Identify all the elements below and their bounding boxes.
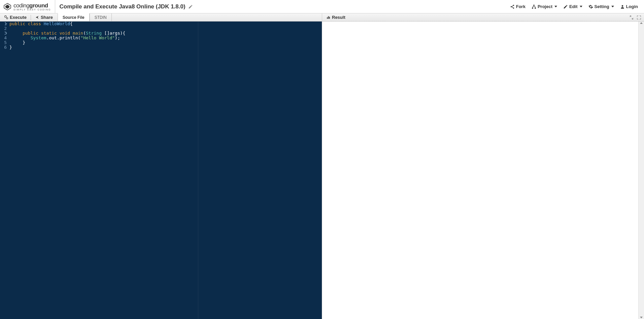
svg-point-3 xyxy=(510,6,512,7)
line-number: 3▾ xyxy=(1,31,7,36)
scrollbar[interactable] xyxy=(638,22,644,319)
tab-source-file[interactable]: Source File xyxy=(58,13,90,21)
share-icon xyxy=(35,15,39,19)
svg-rect-9 xyxy=(535,7,536,8)
scroll-up-icon[interactable] xyxy=(640,22,643,24)
line-number: 2 xyxy=(1,26,7,31)
logo-icon xyxy=(3,3,11,11)
collapse-button[interactable] xyxy=(628,14,635,21)
fold-icon[interactable]: ▾ xyxy=(5,22,7,26)
tab-source-label: Source File xyxy=(63,15,84,20)
svg-point-2 xyxy=(513,5,514,6)
editor-panel: Execute Share Source File STDIN 1▾23▾456… xyxy=(0,13,322,319)
svg-rect-18 xyxy=(327,17,328,19)
header-menu: Fork Project Edit Setting Login xyxy=(507,3,641,10)
gear-icon xyxy=(588,4,593,9)
chevron-down-icon xyxy=(554,6,557,7)
fork-label: Fork xyxy=(516,4,526,9)
code-line[interactable]: } xyxy=(9,45,322,50)
svg-line-6 xyxy=(512,7,513,8)
line-number: 5 xyxy=(1,40,7,45)
expand-icon xyxy=(637,15,641,20)
result-label: Result xyxy=(332,15,345,20)
project-button[interactable]: Project xyxy=(529,3,560,10)
fold-icon[interactable]: ▾ xyxy=(5,31,7,36)
project-label: Project xyxy=(538,4,552,9)
gutter: 1▾23▾456 xyxy=(0,22,9,319)
svg-point-16 xyxy=(6,17,8,19)
setting-button[interactable]: Setting xyxy=(586,3,617,10)
result-body xyxy=(322,22,644,319)
result-label-wrap: Result xyxy=(324,14,348,21)
code-line[interactable]: public class HelloWorld{ xyxy=(9,22,322,26)
svg-marker-17 xyxy=(36,16,39,19)
cogs-icon xyxy=(4,15,8,19)
logo[interactable]: codingground SIMPLY EASY CODING xyxy=(3,0,55,13)
page-title: Compile and Execute Java8 Online (JDK 1.… xyxy=(59,3,193,10)
svg-line-5 xyxy=(512,5,513,7)
svg-point-15 xyxy=(5,16,6,17)
tab-stdin[interactable]: STDIN xyxy=(90,13,112,22)
edit-title-icon[interactable] xyxy=(188,4,193,9)
bar-chart-icon xyxy=(326,15,331,19)
svg-rect-8 xyxy=(532,7,533,8)
login-label: Login xyxy=(626,4,638,9)
editor-toolbar: Execute Share Source File STDIN xyxy=(0,13,322,22)
line-number: 4 xyxy=(1,36,7,40)
separator xyxy=(31,15,31,20)
code-line[interactable]: System.out.println("Hello World"); xyxy=(9,36,322,40)
page-title-text: Compile and Execute Java8 Online (JDK 1.… xyxy=(59,3,185,10)
svg-rect-20 xyxy=(329,17,330,19)
collapse-icon xyxy=(629,15,634,20)
user-icon xyxy=(620,4,625,9)
result-toolbar: Result xyxy=(322,13,644,22)
result-panel: Result xyxy=(322,13,644,319)
execute-label: Execute xyxy=(10,15,27,20)
logo-text: codingground SIMPLY EASY CODING xyxy=(13,3,51,11)
fork-button[interactable]: Fork xyxy=(507,3,528,10)
fork-icon xyxy=(510,4,515,9)
login-button[interactable]: Login xyxy=(617,3,641,10)
edit-icon xyxy=(563,4,568,9)
chevron-down-icon xyxy=(580,6,582,7)
svg-rect-19 xyxy=(328,16,329,19)
edit-label: Edit xyxy=(569,4,578,9)
execute-button[interactable]: Execute xyxy=(1,14,29,21)
share-label: Share xyxy=(41,15,53,20)
code-line[interactable]: } xyxy=(9,40,322,45)
header: codingground SIMPLY EASY CODING Compile … xyxy=(0,0,644,13)
code-area[interactable]: public class HelloWorld{ public static v… xyxy=(9,22,322,319)
logo-tagline: SIMPLY EASY CODING xyxy=(13,8,51,11)
share-button[interactable]: Share xyxy=(32,14,56,21)
code-editor[interactable]: 1▾23▾456 public class HelloWorld{ public… xyxy=(0,22,322,319)
sitemap-icon xyxy=(532,4,536,9)
tab-stdin-label: STDIN xyxy=(95,15,107,20)
code-line[interactable] xyxy=(9,26,322,31)
chevron-down-icon xyxy=(611,6,614,7)
svg-point-4 xyxy=(513,7,514,9)
edit-button[interactable]: Edit xyxy=(561,3,585,10)
logo-brand: codingground xyxy=(13,3,51,8)
scroll-down-icon[interactable] xyxy=(640,317,643,318)
ruler xyxy=(198,22,198,319)
setting-label: Setting xyxy=(595,4,609,9)
svg-point-14 xyxy=(621,5,623,7)
code-line[interactable]: public static void main(String []args){ xyxy=(9,31,322,36)
svg-rect-7 xyxy=(533,5,535,6)
line-number: 1▾ xyxy=(1,22,7,26)
expand-button[interactable] xyxy=(635,14,643,21)
line-number: 6 xyxy=(1,45,7,50)
main: Execute Share Source File STDIN 1▾23▾456… xyxy=(0,13,644,319)
svg-marker-1 xyxy=(5,5,9,9)
